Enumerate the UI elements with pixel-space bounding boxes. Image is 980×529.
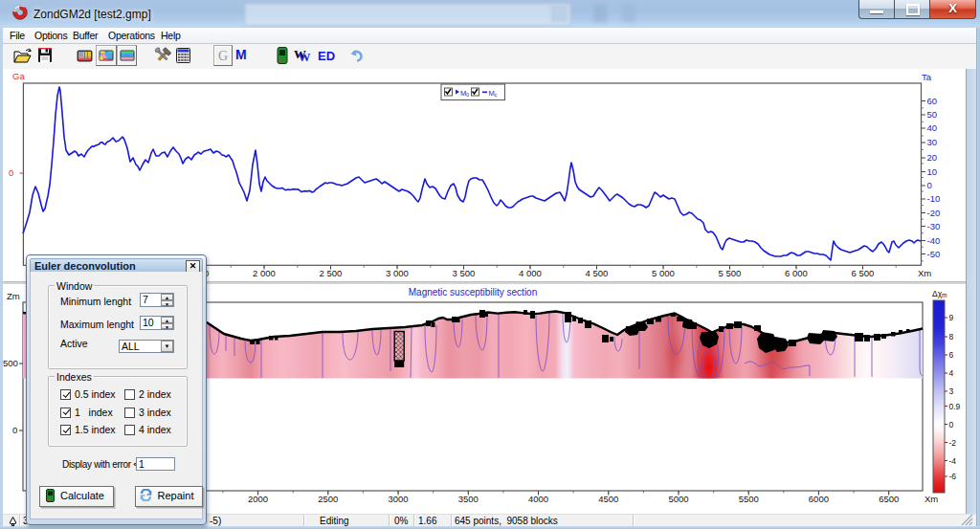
- svg-text:0: 0: [466, 92, 469, 98]
- svg-text:30: 30: [927, 137, 938, 147]
- svg-text:Xm: Xm: [918, 268, 931, 278]
- svg-text:5000: 5000: [668, 494, 688, 504]
- svg-text:0: 0: [12, 425, 17, 435]
- svg-text:Ta: Ta: [922, 72, 932, 82]
- svg-text:5 000: 5 000: [652, 268, 675, 278]
- svg-text:2000: 2000: [248, 494, 268, 504]
- svg-text:c: c: [495, 92, 498, 98]
- svg-text:-40: -40: [927, 235, 941, 246]
- svg-text:6000: 6000: [809, 494, 829, 504]
- svg-text:-6: -6: [949, 472, 957, 481]
- svg-text:0: 0: [949, 420, 954, 430]
- svg-text:-2: -2: [949, 438, 957, 448]
- svg-text:50: 50: [927, 109, 938, 120]
- svg-text:4 500: 4 500: [586, 268, 609, 278]
- svg-text:4500: 4500: [598, 494, 618, 504]
- svg-text:3500: 3500: [458, 494, 479, 504]
- svg-text:Zm: Zm: [7, 291, 20, 301]
- svg-text:20: 20: [927, 152, 938, 163]
- svg-text:4: 4: [949, 368, 954, 378]
- svg-text:40: 40: [927, 122, 938, 133]
- svg-text:10: 10: [927, 166, 938, 177]
- svg-text:2 500: 2 500: [320, 268, 343, 278]
- svg-text:Xm: Xm: [924, 494, 938, 504]
- svg-text:0: 0: [9, 167, 13, 178]
- svg-text:-50: -50: [927, 249, 941, 259]
- svg-text:60: 60: [927, 96, 938, 106]
- svg-text:2 000: 2 000: [253, 268, 276, 278]
- svg-text:4 000: 4 000: [519, 268, 542, 278]
- svg-text:0: 0: [927, 180, 932, 190]
- svg-text:9: 9: [949, 313, 954, 322]
- svg-text:Ga: Ga: [12, 71, 25, 81]
- svg-text:-20: -20: [927, 208, 941, 218]
- svg-text:8: 8: [949, 332, 954, 342]
- svg-text:3 500: 3 500: [453, 268, 476, 278]
- svg-text:6: 6: [949, 350, 954, 360]
- svg-text:5500: 5500: [739, 494, 759, 504]
- svg-text:3: 3: [949, 386, 954, 396]
- svg-text:6 000: 6 000: [785, 268, 808, 278]
- svg-text:2500: 2500: [318, 494, 338, 504]
- svg-text:3 000: 3 000: [386, 268, 409, 278]
- svg-text:0.9: 0.9: [949, 402, 961, 411]
- svg-text:-30: -30: [927, 221, 941, 231]
- svg-text:-10: -10: [927, 193, 941, 204]
- svg-text:6 500: 6 500: [852, 268, 875, 278]
- svg-text:5 500: 5 500: [719, 268, 742, 278]
- svg-text:6500: 6500: [879, 494, 899, 504]
- svg-text:4000: 4000: [528, 494, 548, 504]
- svg-text:m: m: [942, 292, 947, 298]
- svg-text:Magnetic susceptibility sectio: Magnetic susceptibility section: [409, 287, 538, 298]
- svg-text:-4: -4: [949, 456, 957, 466]
- svg-text:500: 500: [3, 358, 18, 368]
- svg-text:3000: 3000: [389, 494, 409, 504]
